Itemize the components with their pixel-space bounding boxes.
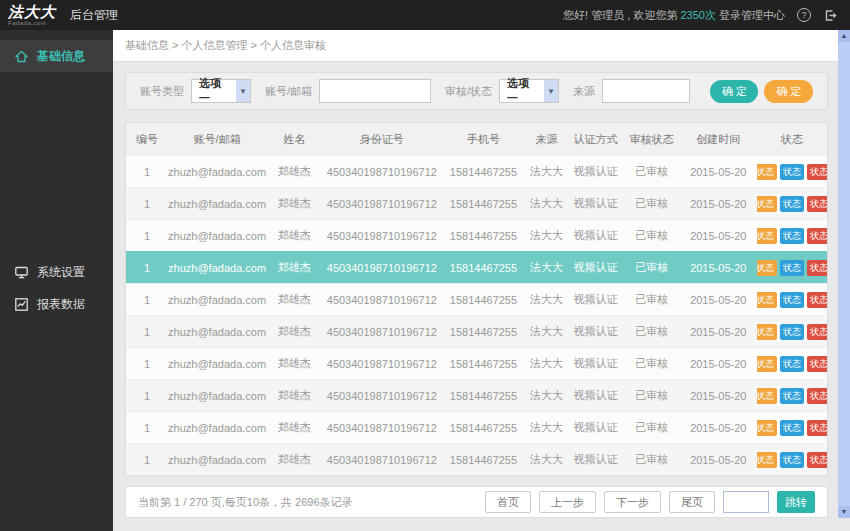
cell-id-number: 450340198710196712 (322, 294, 441, 306)
cell-id-number: 450340198710196712 (322, 422, 441, 434)
status-button-orange[interactable]: 状态 (757, 420, 777, 436)
sidebar-item-label: 系统设置 (37, 264, 85, 281)
status-button-blue[interactable]: 状态 (780, 164, 804, 180)
cell-phone: 15814467255 (441, 454, 525, 466)
audit-status-select[interactable]: 选项一 ▼ (499, 79, 559, 103)
cell-id: 1 (126, 262, 168, 274)
account-type-select[interactable]: 选项一 ▼ (191, 79, 251, 103)
cell-id-number: 450340198710196712 (322, 230, 441, 242)
cell-source: 法大大 (526, 228, 568, 243)
status-button-orange[interactable]: 状态 (757, 356, 777, 372)
logout-icon[interactable] (823, 8, 838, 23)
cell-account: zhuzh@fadada.com (168, 166, 266, 178)
account-email-input[interactable] (319, 79, 431, 103)
cell-source: 法大大 (526, 292, 568, 307)
col-header-auth: 认证方式 (568, 132, 624, 147)
logo-text: 法大大 (8, 4, 56, 19)
status-button-red[interactable]: 状态 (807, 452, 827, 468)
table-row[interactable]: 1 zhuzh@fadada.com 郑雄杰 45034019871019671… (126, 155, 827, 187)
status-button-red[interactable]: 状态 (807, 164, 827, 180)
status-button-orange[interactable]: 状态 (757, 324, 777, 340)
status-button-orange[interactable]: 状态 (757, 292, 777, 308)
status-button-orange[interactable]: 状态 (757, 196, 777, 212)
table-row[interactable]: 1 zhuzh@fadada.com 郑雄杰 45034019871019671… (126, 443, 827, 475)
cell-id: 1 (126, 358, 168, 370)
status-button-blue[interactable]: 状态 (780, 196, 804, 212)
cell-created: 2015-05-20 (680, 262, 757, 274)
cell-id-number: 450340198710196712 (322, 390, 441, 402)
page-jump-input[interactable] (723, 491, 769, 513)
cell-id: 1 (126, 422, 168, 434)
table-row[interactable]: 1 zhuzh@fadada.com 郑雄杰 45034019871019671… (126, 283, 827, 315)
status-button-blue[interactable]: 状态 (780, 452, 804, 468)
cell-phone: 15814467255 (441, 230, 525, 242)
sidebar-item-basic-info[interactable]: 基础信息 (0, 40, 113, 72)
cell-source: 法大大 (526, 196, 568, 211)
sidebar-item-report-data[interactable]: 报表数据 (0, 288, 113, 320)
status-button-red[interactable]: 状态 (807, 228, 827, 244)
table-row[interactable]: 1 zhuzh@fadada.com 郑雄杰 45034019871019671… (126, 315, 827, 347)
status-button-red[interactable]: 状态 (807, 260, 827, 276)
last-page-button[interactable]: 尾页 (669, 491, 715, 513)
sidebar-item-system-settings[interactable]: 系统设置 (0, 256, 113, 288)
status-button-blue[interactable]: 状态 (780, 420, 804, 436)
status-button-orange[interactable]: 状态 (757, 228, 777, 244)
cell-name: 郑雄杰 (266, 196, 322, 211)
cell-source: 法大大 (526, 420, 568, 435)
top-header: 法大大 Fadada.com 后台管理 您好! 管理员 , 欢迎您第 2350次… (0, 0, 850, 30)
table-row[interactable]: 1 zhuzh@fadada.com 郑雄杰 45034019871019671… (126, 251, 827, 283)
status-button-blue[interactable]: 状态 (780, 228, 804, 244)
status-button-blue[interactable]: 状态 (780, 324, 804, 340)
status-button-red[interactable]: 状态 (807, 324, 827, 340)
status-button-blue[interactable]: 状态 (780, 356, 804, 372)
status-button-red[interactable]: 状态 (807, 356, 827, 372)
cell-actions: 状态 状态 状态 (757, 420, 827, 436)
table-header-row: 编号 账号/邮箱 姓名 身份证号 手机号 来源 认证方式 审核状态 创建时间 状… (126, 123, 827, 155)
cell-auth: 视频认证 (568, 420, 624, 435)
cell-audit: 已审核 (624, 196, 680, 211)
cell-account: zhuzh@fadada.com (168, 390, 266, 402)
breadcrumb: 基础信息 > 个人信息管理 > 个人信息审核 (113, 30, 838, 62)
jump-button[interactable]: 跳转 (777, 491, 815, 513)
table-row[interactable]: 1 zhuzh@fadada.com 郑雄杰 45034019871019671… (126, 379, 827, 411)
status-button-orange[interactable]: 状态 (757, 388, 777, 404)
cell-source: 法大大 (526, 324, 568, 339)
cell-id: 1 (126, 230, 168, 242)
sidebar-spacer (0, 72, 113, 256)
scroll-down-icon[interactable]: ▼ (838, 506, 850, 518)
status-button-red[interactable]: 状态 (807, 292, 827, 308)
home-icon (14, 49, 29, 64)
status-button-red[interactable]: 状态 (807, 388, 827, 404)
status-button-blue[interactable]: 状态 (780, 292, 804, 308)
vertical-scrollbar[interactable]: ▲ ▼ (838, 30, 850, 518)
prev-page-button[interactable]: 上一步 (539, 491, 596, 513)
account-type-label: 账号类型 (140, 84, 184, 99)
status-button-orange[interactable]: 状态 (757, 260, 777, 276)
sidebar-item-label: 报表数据 (37, 296, 85, 313)
table-row[interactable]: 1 zhuzh@fadada.com 郑雄杰 45034019871019671… (126, 347, 827, 379)
status-button-red[interactable]: 状态 (807, 420, 827, 436)
status-button-red[interactable]: 状态 (807, 196, 827, 212)
confirm-button-orange[interactable]: 确 定 (764, 80, 813, 103)
status-button-blue[interactable]: 状态 (780, 260, 804, 276)
cell-source: 法大大 (526, 356, 568, 371)
status-button-orange[interactable]: 状态 (757, 164, 777, 180)
cell-source: 法大大 (526, 164, 568, 179)
status-button-orange[interactable]: 状态 (757, 452, 777, 468)
help-icon[interactable]: ? (797, 8, 811, 22)
cell-audit: 已审核 (624, 164, 680, 179)
table-row[interactable]: 1 zhuzh@fadada.com 郑雄杰 45034019871019671… (126, 187, 827, 219)
table-row[interactable]: 1 zhuzh@fadada.com 郑雄杰 45034019871019671… (126, 219, 827, 251)
source-input[interactable] (602, 79, 690, 103)
cell-auth: 视频认证 (568, 260, 624, 275)
cell-name: 郑雄杰 (266, 388, 322, 403)
confirm-button-teal[interactable]: 确 定 (710, 80, 759, 103)
table-row[interactable]: 1 zhuzh@fadada.com 郑雄杰 45034019871019671… (126, 411, 827, 443)
cell-account: zhuzh@fadada.com (168, 326, 266, 338)
scroll-up-icon[interactable]: ▲ (838, 30, 850, 42)
status-button-blue[interactable]: 状态 (780, 388, 804, 404)
pagination-summary: 当前第 1 / 270 页,每页10条，共 2696条记录 (138, 495, 353, 510)
first-page-button[interactable]: 首页 (485, 491, 531, 513)
next-page-button[interactable]: 下一步 (604, 491, 661, 513)
cell-auth: 视频认证 (568, 324, 624, 339)
